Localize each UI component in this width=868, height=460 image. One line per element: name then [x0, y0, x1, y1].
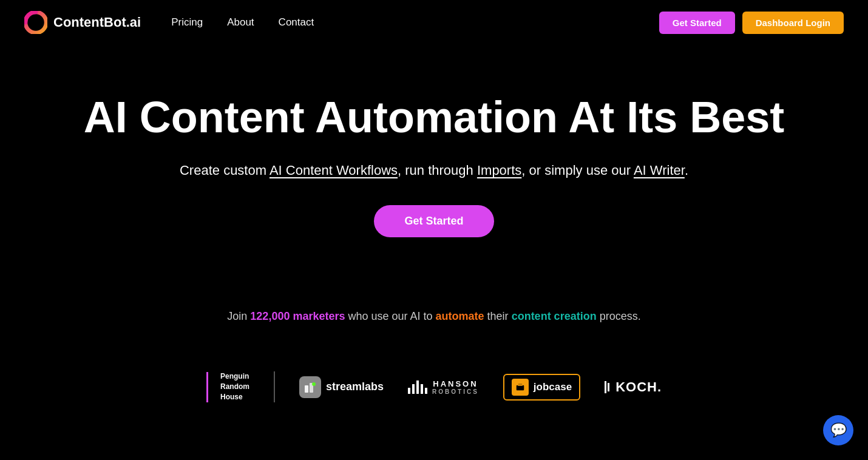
- nav-links: Pricing About Contact: [171, 16, 314, 29]
- logo-hanson: HANSON ROBOTICS: [408, 379, 479, 395]
- jobcase-icon: [512, 379, 529, 396]
- social-proof-before: Join: [227, 310, 250, 322]
- hanson-line1: HANSON: [433, 379, 478, 388]
- koch-bar-1: [605, 381, 606, 393]
- social-proof-content-creation: content creation: [512, 310, 597, 322]
- hanson-bar-5: [425, 388, 427, 394]
- streamlabs-svg: [303, 381, 317, 394]
- social-proof-automate: automate: [436, 310, 484, 322]
- koch-icon: [605, 381, 609, 393]
- jobcase-svg: [515, 382, 526, 393]
- logo-jobcase: jobcase: [503, 374, 580, 401]
- nav-left: ContentBot.ai Pricing About Contact: [24, 11, 314, 34]
- social-proof-after: their: [484, 310, 512, 322]
- nav-right: Get Started Dashboard Login: [659, 12, 844, 34]
- logo-streamlabs: streamlabs: [299, 376, 384, 398]
- hanson-bar-2: [412, 384, 415, 394]
- subtitle-text-end: .: [685, 163, 688, 178]
- dashboard-login-button[interactable]: Dashboard Login: [742, 12, 844, 34]
- logo[interactable]: ContentBot.ai: [24, 11, 141, 34]
- koch-label: KOCH.: [615, 379, 662, 395]
- nav-link-about[interactable]: About: [227, 16, 254, 29]
- logo-text: ContentBot.ai: [53, 15, 141, 30]
- subtitle-text-after-middle: , or simply use our: [521, 163, 634, 178]
- hanson-bar-3: [416, 381, 419, 394]
- subtitle-link-workflows[interactable]: AI Content Workflows: [270, 163, 398, 178]
- jobcase-label: jobcase: [534, 381, 572, 393]
- chat-icon: 💬: [830, 422, 847, 438]
- svg-point-3: [312, 382, 316, 386]
- subtitle-text-before: Create custom: [180, 163, 270, 178]
- logo-koch: KOCH.: [605, 379, 662, 395]
- social-proof-end: process.: [597, 310, 641, 322]
- contentbot-logo-icon: [24, 11, 47, 34]
- hanson-bar-4: [421, 384, 423, 394]
- streamlabs-icon: [299, 376, 321, 398]
- logos-section: PenguinRandomHouse streamlabs HANSON ROB…: [0, 359, 868, 414]
- hanson-bars-icon: [408, 381, 427, 394]
- get-started-nav-button[interactable]: Get Started: [659, 12, 735, 34]
- svg-rect-1: [305, 385, 308, 393]
- navbar: ContentBot.ai Pricing About Contact Get …: [0, 0, 868, 45]
- social-proof-middle: who use our AI to: [345, 310, 435, 322]
- hanson-bar-1: [408, 388, 410, 394]
- penguin-text: PenguinRandomHouse: [220, 371, 249, 402]
- streamlabs-label: streamlabs: [326, 381, 384, 393]
- nav-link-contact[interactable]: Contact: [279, 16, 314, 29]
- hero-title: AI Content Automation At Its Best: [24, 93, 844, 141]
- social-proof-section: Join 122,000 marketers who use our AI to…: [0, 310, 868, 323]
- penguin-bar-divider: [206, 372, 208, 402]
- logo-penguin: PenguinRandomHouse: [206, 371, 275, 402]
- hero-subtitle: Create custom AI Content Workflows, run …: [24, 160, 844, 181]
- get-started-hero-button[interactable]: Get Started: [374, 205, 493, 237]
- chat-bubble[interactable]: 💬: [823, 415, 853, 445]
- subtitle-text-middle: , run through: [398, 163, 477, 178]
- nav-link-pricing[interactable]: Pricing: [171, 16, 203, 29]
- subtitle-link-aiwriter[interactable]: AI Writer: [634, 163, 685, 178]
- hero-section: AI Content Automation At Its Best Create…: [0, 45, 868, 274]
- subtitle-link-imports[interactable]: Imports: [477, 163, 521, 178]
- hanson-text: HANSON ROBOTICS: [432, 379, 479, 395]
- social-proof-count: 122,000 marketers: [250, 310, 345, 322]
- hanson-line2: ROBOTICS: [432, 388, 479, 395]
- koch-bar-2: [608, 383, 609, 391]
